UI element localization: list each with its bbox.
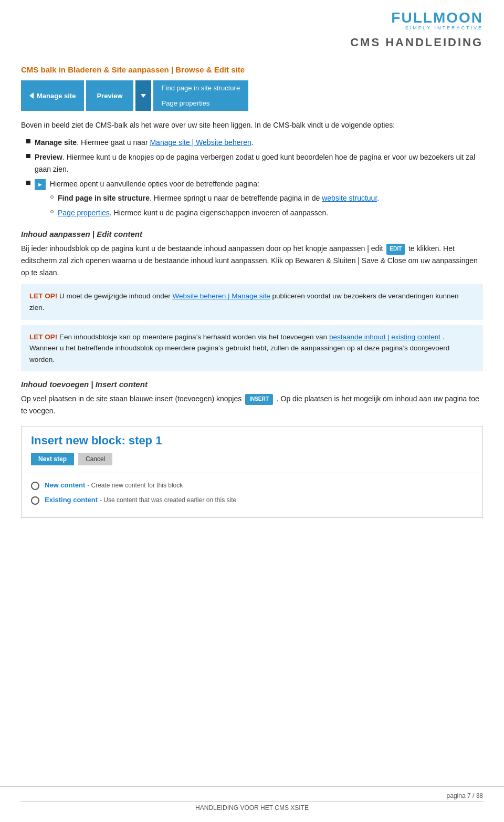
section2-body: Bij ieder inhoudsblok op de pagina kunt … xyxy=(21,243,483,279)
dropdown-button[interactable] xyxy=(135,80,151,111)
header: FULLMOON SIMPLY INTERACTIVE CMS HANDLEID… xyxy=(21,11,483,60)
new-content-desc: - Create new content for this block xyxy=(87,482,183,489)
bullet-icon-2 xyxy=(26,154,30,158)
insert-block-body: New content - Create new content for thi… xyxy=(22,473,482,517)
section2-para1: Bij ieder inhoudsblok op de pagina kunt … xyxy=(21,243,483,279)
radio-option-existing: Existing content - Use content that was … xyxy=(31,495,473,505)
radio-option-new-label: New content - Create new content for thi… xyxy=(45,481,183,489)
insert-block-buttons: Next step Cancel xyxy=(31,453,473,465)
letop-box-2: LET OP! Een inhoudsblokje kan op meerder… xyxy=(21,325,483,372)
sub-item-page-props: Page properties. Hiermee kunt u de pagin… xyxy=(50,207,379,218)
logo-fullmoon: FULLMOON xyxy=(350,11,483,25)
bullet-item-manage-site: Manage site. Hiermee gaat u naar Manage … xyxy=(26,137,483,148)
logo-subtitle: SIMPLY INTERACTIVE xyxy=(350,25,483,30)
chevron-down-icon xyxy=(141,94,146,98)
insert-block-mockup: Insert new block: step 1 Next step Cance… xyxy=(21,426,483,518)
section3-title: Inhoud toevoegen | Insert content xyxy=(21,380,483,389)
letop-label-1: LET OP! xyxy=(29,292,57,300)
sub-item-find-page: Find page in site structure. Hiermee spr… xyxy=(50,192,379,204)
cms-bar: Manage site Preview Find page in site st… xyxy=(21,80,483,111)
insert-block-title: Insert new block: step 1 xyxy=(31,434,473,448)
cancel-button[interactable]: Cancel xyxy=(78,453,112,465)
website-beheren-link[interactable]: Website beheren | Manage site xyxy=(172,292,270,300)
dropdown-item-find-page[interactable]: Find page in site structure xyxy=(153,80,249,96)
bullet-item-icon: ► Hiermee opent u aanvullende opties voo… xyxy=(26,178,483,221)
section3-para: Op veel plaatsen in de site staan blauwe… xyxy=(21,393,483,417)
bullet-text-preview: Preview. Hiermee kunt u de knopjes op de… xyxy=(35,151,483,175)
insert-block-header: Insert new block: step 1 Next step Cance… xyxy=(22,426,482,473)
footer-page: pagina 7 / 38 xyxy=(0,792,504,799)
dropdown-item-page-properties[interactable]: Page properties xyxy=(153,96,249,111)
sub-item-2-text: Page properties. Hiermee kunt u de pagin… xyxy=(58,207,328,218)
existing-content-label: Existing content xyxy=(45,496,98,504)
bullet-icon-3 xyxy=(26,181,30,185)
insert-button-inline: INSERT xyxy=(245,394,273,405)
bullet-text-icon: ► Hiermee opent u aanvullende opties voo… xyxy=(35,178,379,221)
manage-site-button[interactable]: Manage site xyxy=(21,80,84,111)
footer: pagina 7 / 38 HANDLEIDING VOOR HET CMS X… xyxy=(0,786,504,811)
bestaande-inhoud-link[interactable]: bestaande inhoud | existing content xyxy=(329,333,440,341)
existing-content-desc: - Use content that was created earlier o… xyxy=(100,496,236,504)
logo-area: FULLMOON SIMPLY INTERACTIVE CMS HANDLEID… xyxy=(350,11,483,60)
intro-paragraph: Boven in beeld ziet de CMS-balk als het … xyxy=(21,119,483,131)
section3-body: Op veel plaatsen in de site staan blauwe… xyxy=(21,393,483,417)
section2-title: Inhoud aanpassen | Edit content xyxy=(21,230,483,238)
website-structuur-link[interactable]: website structuur xyxy=(322,194,377,202)
page-properties-link[interactable]: Page properties xyxy=(58,209,110,217)
section1-heading: CMS balk in Bladeren & Site aanpassen | … xyxy=(21,65,483,74)
bullet-list: Manage site. Hiermee gaat u naar Manage … xyxy=(26,137,483,221)
dropdown-menu-container: Find page in site structure Page propert… xyxy=(153,80,249,111)
body-intro: Boven in beeld ziet de CMS-balk als het … xyxy=(21,119,483,131)
letop-box-1: LET OP! U moet de gewijzigde inhoud onde… xyxy=(21,284,483,319)
preview-button[interactable]: Preview xyxy=(86,80,133,111)
footer-title: HANDLEIDING VOOR HET CMS XSITE xyxy=(0,804,504,811)
sub-bullet-2 xyxy=(50,210,54,213)
next-step-button[interactable]: Next step xyxy=(31,453,74,465)
letop-label-2: LET OP! xyxy=(29,333,57,341)
radio-option-new: New content - Create new content for thi… xyxy=(31,481,473,490)
cms-title: CMS HANDLEIDING xyxy=(350,36,483,49)
bullet-text-manage-site: Manage site. Hiermee gaat u naar Manage … xyxy=(35,137,254,148)
sub-bullet-1 xyxy=(50,195,54,199)
dropdown-menu: Find page in site structure Page propert… xyxy=(151,80,249,111)
radio-circle-2[interactable] xyxy=(31,496,39,505)
bullet-icon xyxy=(26,139,30,143)
arrow-left-icon xyxy=(29,92,34,99)
bullet-item-preview: Preview. Hiermee kunt u de knopjes op de… xyxy=(26,151,483,175)
logo-text: FULLMOON xyxy=(391,9,483,26)
radio-option-existing-label: Existing content - Use content that was … xyxy=(45,495,236,504)
footer-divider xyxy=(21,802,483,802)
manage-site-link[interactable]: Manage site | Website beheren xyxy=(150,138,251,147)
sub-list: Find page in site structure. Hiermee spr… xyxy=(50,192,379,218)
radio-circle-1[interactable] xyxy=(31,482,39,490)
sub-item-1-text: Find page in site structure. Hiermee spr… xyxy=(58,192,379,204)
edit-button-inline: EDIT xyxy=(386,244,405,255)
blue-arrow-icon: ► xyxy=(35,179,46,191)
new-content-label: New content xyxy=(45,481,85,489)
